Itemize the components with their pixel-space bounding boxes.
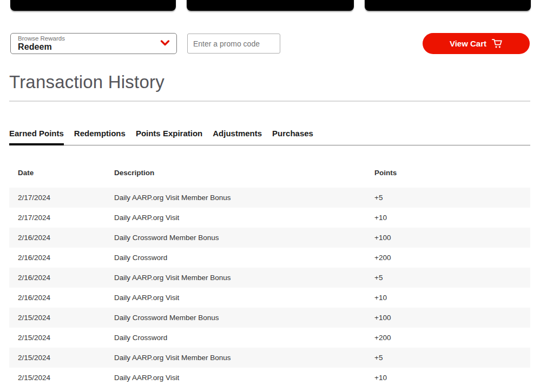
description-cell: Daily Crossword Member Bonus [114, 234, 374, 242]
table-row: 2/16/2024Daily AARP.org Visit+10 [9, 288, 530, 308]
date-cell: 2/15/2024 [18, 334, 114, 342]
points-cell: +10 [374, 214, 530, 222]
points-cell: +5 [374, 274, 530, 282]
points-cell: +5 [374, 354, 530, 362]
tab-adjustments[interactable]: Adjustments [213, 129, 262, 145]
table-row: 2/16/2024Daily AARP.org Visit Member Bon… [9, 268, 530, 288]
table-row: 2/15/2024Daily AARP.org Visit Member Bon… [9, 348, 530, 368]
tab-earned-points[interactable]: Earned Points [9, 129, 64, 145]
description-cell: Daily AARP.org Visit Member Bonus [114, 354, 374, 362]
description-cell: Daily AARP.org Visit [114, 214, 374, 222]
date-cell: 2/15/2024 [18, 354, 114, 362]
points-cell: +100 [374, 314, 530, 322]
table-body: 2/17/2024Daily AARP.org Visit Member Bon… [9, 188, 530, 388]
points-cell: +10 [374, 294, 530, 302]
description-cell: Daily Crossword [114, 254, 374, 262]
reward-card[interactable] [187, 0, 354, 11]
column-header-points: Points [374, 169, 530, 177]
table-row: 2/15/2024Daily Crossword+200 [9, 328, 530, 348]
points-cell: +10 [374, 374, 530, 382]
table-row: 2/15/2024Daily AARP.org Visit+10 [9, 368, 530, 388]
points-cell: +5 [374, 194, 530, 202]
chevron-down-icon [160, 39, 170, 47]
date-cell: 2/16/2024 [18, 294, 114, 302]
tab-redemptions[interactable]: Redemptions [74, 129, 126, 145]
date-cell: 2/15/2024 [18, 314, 114, 322]
table-row: 2/17/2024Daily AARP.org Visit+10 [9, 208, 530, 228]
view-cart-label: View Cart [450, 39, 486, 48]
table-row: 2/15/2024Daily Crossword Member Bonus+10… [9, 308, 530, 328]
date-cell: 2/15/2024 [18, 374, 114, 382]
tab-bar: Earned PointsRedemptionsPoints Expiratio… [9, 129, 530, 145]
tab-points-expiration[interactable]: Points Expiration [136, 129, 202, 145]
transaction-table: DateDescriptionPoints 2/17/2024Daily AAR… [9, 162, 530, 388]
description-cell: Daily AARP.org Visit [114, 374, 374, 382]
table-row: 2/17/2024Daily AARP.org Visit Member Bon… [9, 188, 530, 208]
description-cell: Daily AARP.org Visit [114, 294, 374, 302]
description-cell: Daily AARP.org Visit Member Bonus [114, 274, 374, 282]
browse-rewards-label: Browse Rewards [18, 35, 65, 42]
page-title: Transaction History [9, 72, 164, 92]
date-cell: 2/17/2024 [18, 214, 114, 222]
date-cell: 2/16/2024 [18, 254, 114, 262]
cart-icon [491, 38, 503, 49]
reward-card[interactable] [10, 0, 176, 11]
promo-code-input[interactable] [187, 34, 280, 54]
column-header-description: Description [114, 169, 374, 177]
browse-rewards-texts: Browse Rewards Redeem [11, 35, 65, 52]
tab-purchases[interactable]: Purchases [272, 129, 313, 145]
table-row: 2/16/2024Daily Crossword+200 [9, 248, 530, 268]
points-cell: +100 [374, 234, 530, 242]
table-header: DateDescriptionPoints [9, 162, 530, 188]
points-cell: +200 [374, 254, 530, 262]
date-cell: 2/17/2024 [18, 194, 114, 202]
title-divider [9, 101, 530, 102]
points-cell: +200 [374, 334, 530, 342]
column-header-date: Date [18, 169, 114, 177]
date-cell: 2/16/2024 [18, 274, 114, 282]
description-cell: Daily Crossword [114, 334, 374, 342]
description-cell: Daily Crossword Member Bonus [114, 314, 374, 322]
browse-rewards-dropdown[interactable]: Browse Rewards Redeem [10, 33, 177, 54]
transaction-history-page: Browse Rewards Redeem View Cart Transact… [0, 0, 540, 392]
table-row: 2/16/2024Daily Crossword Member Bonus+10… [9, 228, 530, 248]
view-cart-button[interactable]: View Cart [423, 33, 530, 54]
date-cell: 2/16/2024 [18, 234, 114, 242]
browse-rewards-value: Redeem [18, 42, 65, 52]
description-cell: Daily AARP.org Visit Member Bonus [114, 194, 374, 202]
reward-card[interactable] [365, 0, 531, 11]
